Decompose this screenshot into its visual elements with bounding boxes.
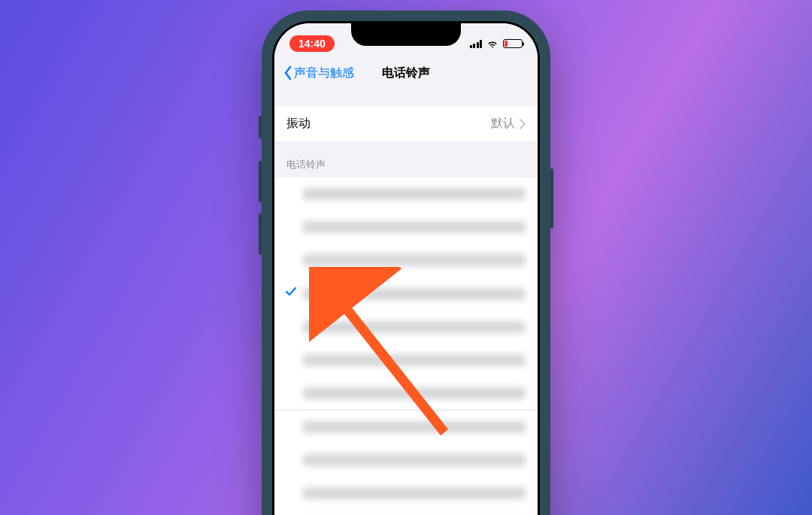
ringtone-name-blurred (303, 454, 526, 466)
ringtone-section-header: 电话铃声 (274, 141, 538, 177)
ringtone-name-blurred (303, 354, 526, 366)
chevron-left-icon (283, 65, 292, 80)
power-button (550, 168, 553, 229)
side-button (259, 116, 262, 138)
vibration-value: 默认 (491, 116, 515, 132)
ringtone-list (274, 177, 538, 515)
cellular-signal-icon (470, 39, 483, 48)
ringtone-name-blurred (303, 254, 526, 266)
ringtone-name-blurred (303, 188, 526, 200)
back-button[interactable]: 声音与触感 (283, 65, 354, 81)
wifi-icon (486, 39, 498, 48)
phone-frame: 14:40 声音与触感 (262, 11, 550, 515)
ringtone-name-blurred (303, 321, 526, 333)
ringtone-row[interactable] (274, 510, 538, 515)
ringtone-row[interactable] (274, 377, 538, 410)
status-time-pill: 14:40 (289, 35, 335, 52)
volume-up-button (259, 161, 262, 202)
ringtone-row[interactable] (274, 477, 538, 510)
ringtone-name-blurred (303, 421, 526, 433)
ringtone-name-blurred (303, 387, 526, 399)
ringtone-row[interactable] (274, 211, 538, 244)
ringtone-row[interactable] (274, 344, 538, 377)
ringtone-name-blurred (303, 487, 526, 499)
battery-icon (503, 39, 523, 48)
ringtone-row[interactable] (274, 311, 538, 344)
ringtone-row[interactable] (274, 177, 538, 211)
vibration-row[interactable]: 振动 默认 (274, 106, 538, 141)
volume-down-button (259, 214, 262, 255)
check-icon (285, 286, 303, 301)
vibration-label: 振动 (286, 116, 311, 132)
ringtone-name-blurred (303, 288, 526, 300)
notch (351, 23, 461, 46)
ringtone-row[interactable] (274, 410, 538, 444)
nav-bar: 声音与触感 电话铃声 (274, 56, 538, 89)
back-label: 声音与触感 (294, 65, 354, 81)
ringtone-name-blurred (303, 221, 526, 233)
ringtone-row[interactable] (274, 444, 538, 477)
ringtone-row[interactable] (274, 244, 538, 277)
ringtone-row-selected[interactable] (274, 277, 538, 311)
chevron-right-icon (520, 119, 526, 129)
